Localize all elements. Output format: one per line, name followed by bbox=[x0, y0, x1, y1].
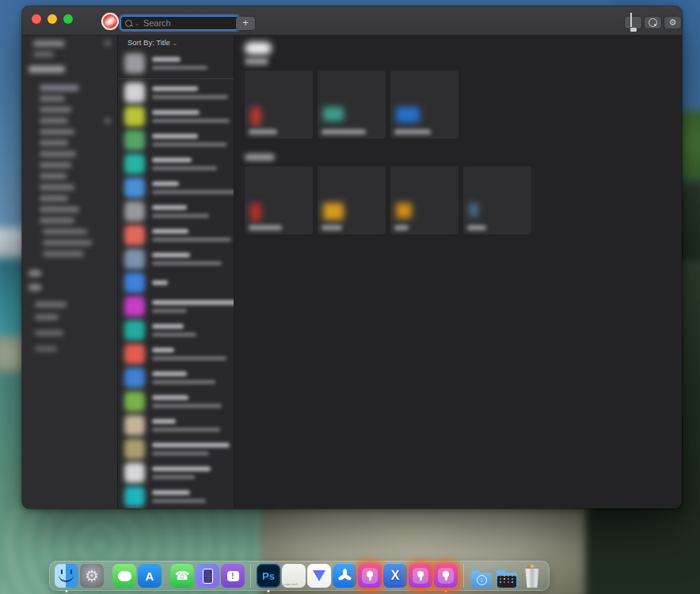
sidebar-row-redacted[interactable] bbox=[40, 85, 79, 91]
list-item[interactable] bbox=[118, 271, 234, 295]
dock-photoshop-icon[interactable]: Ps bbox=[257, 564, 280, 588]
settings-button[interactable]: ⚙ bbox=[664, 17, 681, 29]
item-icon bbox=[124, 249, 145, 269]
list-divider bbox=[118, 78, 234, 79]
minimize-button[interactable] bbox=[48, 14, 57, 24]
dock-triangle-app-icon[interactable] bbox=[307, 564, 331, 588]
search-field[interactable]: ⌄ bbox=[120, 16, 239, 30]
sort-header[interactable]: Sort By: Title ⌄ bbox=[118, 36, 234, 49]
item-tile[interactable] bbox=[390, 166, 458, 234]
lock-button[interactable] bbox=[625, 17, 641, 29]
item-tile[interactable] bbox=[390, 70, 458, 139]
sidebar-row-redacted[interactable] bbox=[33, 40, 65, 47]
dock-onepassword-icon[interactable] bbox=[434, 564, 458, 588]
sidebar-row-redacted[interactable] bbox=[35, 302, 67, 307]
item-icon bbox=[124, 344, 145, 364]
system-preferences-icon: ⚙ bbox=[80, 564, 104, 588]
list-item[interactable] bbox=[118, 366, 234, 390]
window-titlebar[interactable]: ⌄ + ⚙ bbox=[22, 6, 682, 36]
list-item[interactable] bbox=[118, 437, 234, 461]
sidebar-row-redacted[interactable] bbox=[29, 66, 65, 73]
dock-trash-full-icon[interactable] bbox=[520, 564, 544, 588]
dock-finder-icon[interactable] bbox=[55, 564, 78, 588]
item-icon bbox=[124, 320, 145, 341]
detail-panel[interactable] bbox=[234, 36, 682, 508]
sidebar-row-redacted[interactable] bbox=[40, 185, 74, 190]
list-item[interactable] bbox=[118, 390, 234, 413]
list-item[interactable] bbox=[118, 81, 234, 105]
list-item[interactable] bbox=[118, 342, 234, 366]
list-item[interactable] bbox=[118, 223, 234, 247]
sidebar-row-redacted[interactable] bbox=[43, 229, 87, 234]
item-text-redacted bbox=[152, 205, 209, 219]
sidebar-row-redacted[interactable] bbox=[105, 40, 111, 46]
list-item[interactable] bbox=[118, 485, 234, 508]
item-icon bbox=[124, 415, 145, 436]
sidebar-row-redacted[interactable] bbox=[40, 107, 71, 112]
list-item[interactable] bbox=[118, 128, 234, 152]
sync-button[interactable] bbox=[645, 17, 661, 29]
dock-alert-app-icon[interactable]: ! bbox=[221, 564, 245, 588]
item-list-panel[interactable]: Sort By: Title ⌄ bbox=[118, 36, 234, 508]
dock-applications-folder-icon[interactable] bbox=[495, 564, 519, 588]
dock-caps-lock-app-icon[interactable]: caps lock bbox=[282, 564, 306, 588]
item-tile[interactable] bbox=[245, 70, 313, 139]
sidebar-row-redacted[interactable] bbox=[40, 162, 71, 168]
sidebar-row-redacted[interactable] bbox=[40, 151, 76, 157]
sidebar-row-redacted[interactable] bbox=[35, 330, 63, 336]
dock-device-manager-icon[interactable] bbox=[196, 564, 219, 588]
dock-phone-icon[interactable]: ☎ bbox=[170, 564, 194, 588]
sidebar[interactable] bbox=[22, 36, 118, 508]
list-item[interactable] bbox=[118, 176, 234, 200]
item-tile[interactable] bbox=[318, 166, 386, 234]
dock-messages-icon[interactable] bbox=[112, 564, 136, 588]
list-item[interactable] bbox=[118, 247, 234, 271]
list-header-item[interactable] bbox=[118, 49, 234, 78]
sidebar-row-redacted[interactable] bbox=[40, 96, 65, 101]
dock-x-app-icon[interactable]: X bbox=[383, 564, 407, 588]
dock-app-store-icon[interactable]: A bbox=[138, 564, 162, 588]
list-item[interactable] bbox=[118, 295, 234, 318]
caps-lock-app-icon: caps lock bbox=[282, 564, 306, 588]
sidebar-row-redacted[interactable] bbox=[40, 173, 67, 179]
list-item[interactable] bbox=[118, 152, 234, 176]
list-item[interactable] bbox=[118, 200, 234, 223]
dock-onepassword-icon[interactable] bbox=[358, 564, 382, 588]
sidebar-row-redacted[interactable] bbox=[35, 346, 57, 352]
item-tile[interactable] bbox=[463, 166, 531, 234]
vault-icon[interactable] bbox=[101, 13, 119, 30]
dock-testflight-icon[interactable] bbox=[333, 564, 356, 588]
sidebar-row-redacted[interactable] bbox=[40, 218, 74, 223]
zoom-button[interactable] bbox=[63, 14, 73, 24]
close-button[interactable] bbox=[32, 14, 41, 24]
item-icon bbox=[124, 296, 145, 317]
sidebar-row-redacted[interactable] bbox=[29, 270, 41, 276]
sidebar-row-redacted[interactable] bbox=[40, 196, 68, 201]
tile-icon bbox=[250, 203, 261, 222]
sidebar-row-redacted[interactable] bbox=[29, 284, 41, 291]
item-tile[interactable] bbox=[245, 166, 313, 234]
item-tile[interactable] bbox=[318, 70, 386, 139]
add-item-button[interactable]: + bbox=[236, 17, 255, 30]
search-scope-chevron-icon: ⌄ bbox=[135, 21, 139, 26]
list-item[interactable] bbox=[118, 413, 234, 437]
list-item[interactable] bbox=[118, 318, 234, 342]
dock-system-preferences-icon[interactable]: ⚙ bbox=[80, 564, 104, 588]
list-item[interactable] bbox=[118, 461, 234, 485]
dock-divider bbox=[463, 564, 464, 588]
sidebar-row-redacted[interactable] bbox=[43, 251, 84, 257]
sidebar-row-redacted[interactable] bbox=[35, 314, 59, 320]
list-item[interactable] bbox=[118, 105, 234, 128]
sort-value[interactable]: Title bbox=[156, 38, 170, 47]
sidebar-row-redacted[interactable] bbox=[43, 240, 92, 246]
sidebar-row-redacted[interactable] bbox=[105, 118, 111, 124]
sidebar-row-redacted[interactable] bbox=[40, 129, 74, 135]
sidebar-row-redacted[interactable] bbox=[33, 51, 54, 57]
sidebar-row-redacted[interactable] bbox=[40, 207, 79, 212]
dock-downloads-folder-icon[interactable]: ↓ bbox=[470, 564, 493, 588]
sidebar-row-redacted[interactable] bbox=[40, 140, 68, 146]
sidebar-row-redacted[interactable] bbox=[40, 118, 68, 124]
dock-onepassword-icon[interactable] bbox=[409, 564, 432, 588]
item-text-redacted bbox=[152, 466, 211, 480]
search-input[interactable] bbox=[142, 17, 234, 29]
